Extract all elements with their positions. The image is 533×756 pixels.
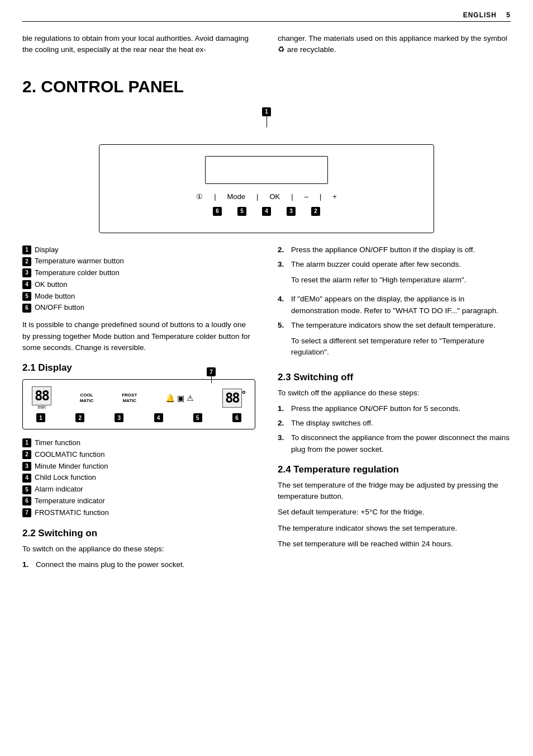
section-2-4-title: 2.4 Temperature regulation [278, 464, 511, 475]
step-2-2-1: 1. Connect the mains plug to the power s… [22, 559, 255, 570]
disp-badge-1: 1 [36, 413, 45, 422]
switching-off-steps: 1. Press the appliance ON/OFF button for… [278, 403, 511, 455]
disp-badge-3: 3 [115, 413, 123, 422]
section-2-1-title: 2.1 Display [22, 362, 255, 374]
plus-button-label[interactable]: + [332, 192, 337, 201]
switching-on-intro: To switch on the appliance do these step… [22, 544, 255, 555]
step-2-2-2: 2. Press the appliance ON/OFF button if … [278, 244, 511, 256]
on-off-symbol: ① [196, 192, 203, 201]
section-title: 2. CONTROL PANEL [22, 77, 511, 96]
intro-text-1: ble regulations to obtain from your loca… [22, 33, 255, 56]
lock-icon: ▣ [177, 394, 184, 403]
control-panel-diagram: 1 ① | Mode | OK | – | + 6 5 4 3 2 [99, 107, 434, 233]
badge-5: 5 [237, 207, 246, 216]
temp-reg-para2: Set default temperature: +5°C for the fr… [278, 507, 511, 518]
intro-text-2: changer. The materials used on this appl… [278, 33, 511, 56]
badge-1: 1 [262, 107, 271, 116]
panel-display-box [205, 156, 328, 184]
degree-symbol: ° [242, 389, 246, 400]
section-2-3-title: 2.3 Switching off [278, 372, 511, 383]
part-item-6: 6 ON/OFF button [22, 302, 255, 314]
part-item-2: 2 Temperature warmer button [22, 256, 255, 267]
panel-outer: ① | Mode | OK | – | + 6 5 4 3 2 [99, 144, 434, 233]
switching-on-steps-right: 2. Press the appliance ON/OFF button if … [278, 244, 511, 363]
step-2-2-5: 5. The temperature indicators show the s… [278, 320, 511, 363]
step-2-3-2: 2. The display switches off. [278, 418, 511, 429]
panel-buttons-row: ① | Mode | OK | – | + [116, 190, 417, 204]
disp-part-2: 2 COOLMATIC function [22, 449, 255, 461]
badge-2: 2 [311, 207, 320, 216]
step-2-2-4: 4. If "dEMo" appears on the display, the… [278, 294, 511, 316]
seg-display-right: 88 [222, 389, 242, 408]
right-column: 2. Press the appliance ON/OFF button if … [278, 244, 511, 574]
intro-col1: ble regulations to obtain from your loca… [22, 33, 255, 60]
page-number: 5 [506, 11, 511, 19]
disp-part-6: 6 Temperature indicator [22, 495, 255, 507]
panel-parts-list: 1 Display 2 Temperature warmer button 3 … [22, 244, 255, 314]
disp-part-1: 1 Timer function [22, 437, 255, 449]
part-item-5: 5 Mode button [22, 291, 255, 303]
display-inner: 88 min COOLMATIC FROSTMATIC 🔔 ▣ ⚠ [32, 386, 246, 410]
intro-col2: changer. The materials used on this appl… [278, 33, 511, 60]
disp-badge-2: 2 [75, 413, 84, 422]
disp-badge-4: 4 [154, 413, 163, 422]
intro-section: ble regulations to obtain from your loca… [22, 33, 511, 60]
disp-part-3: 3 Minute Minder function [22, 461, 255, 472]
seg-display-left: 88 [32, 386, 51, 405]
display-diagram: 7 88 min COOLMATIC FROSTMATIC [22, 379, 255, 429]
display-parts-list: 1 Timer function 2 COOLMATIC function 3 … [22, 437, 255, 519]
part-item-3: 3 Temperature colder button [22, 267, 255, 279]
coolmatic-area: COOLMATIC [80, 393, 94, 403]
step-2-2-3: 3. The alarm buzzer could operate after … [278, 259, 511, 291]
minus-button-label[interactable]: – [304, 192, 308, 201]
mode-button-label[interactable]: Mode [227, 192, 246, 201]
temp-reg-para1: The set temperature of the fridge may be… [278, 480, 511, 503]
badge-3: 3 [287, 207, 296, 216]
icons-row: 🔔 ▣ ⚠ [165, 394, 194, 403]
step-2-3-1: 1. Press the appliance ON/OFF button for… [278, 403, 511, 414]
badge-7-display: 7 [207, 367, 216, 376]
main-content: 1 Display 2 Temperature warmer button 3 … [22, 244, 511, 574]
disp-part-7: 7 FROSTMATIC function [22, 507, 255, 519]
part-item-4: 4 OK button [22, 279, 255, 291]
disp-badge-5: 5 [193, 413, 202, 422]
temp-reg-para4: The set temperature will be reached with… [278, 538, 511, 550]
bell-icon: 🔔 [165, 394, 175, 403]
badge-4: 4 [262, 207, 271, 216]
page-header: ENGLISH 5 [22, 11, 511, 22]
disp-badge-6: 6 [232, 413, 241, 422]
switching-off-intro: To switch off the appliance do these ste… [278, 388, 511, 399]
alarm-icon: ⚠ [187, 394, 194, 403]
language-label: ENGLISH [463, 11, 497, 19]
disp-part-4: 4 Child Lock function [22, 472, 255, 484]
switching-on-steps: 1. Connect the mains plug to the power s… [22, 559, 255, 570]
step-2-3-3: 3. To disconnect the appliance from the … [278, 432, 511, 455]
frostmatic-area: FROSTMATIC [122, 393, 137, 403]
section-2-2-title: 2.2 Switching on [22, 528, 255, 539]
disp-part-5: 5 Alarm indicator [22, 484, 255, 495]
badge-6: 6 [213, 207, 222, 216]
panel-note: It is possible to change predefined soun… [22, 319, 255, 353]
left-column: 1 Display 2 Temperature warmer button 3 … [22, 244, 255, 574]
panel-label-row: 6 5 4 3 2 [116, 207, 417, 216]
temp-reg-para3: The temperature indicator shows the set … [278, 523, 511, 534]
part-item-1: 1 Display [22, 244, 255, 256]
ok-button-label[interactable]: OK [269, 192, 280, 201]
